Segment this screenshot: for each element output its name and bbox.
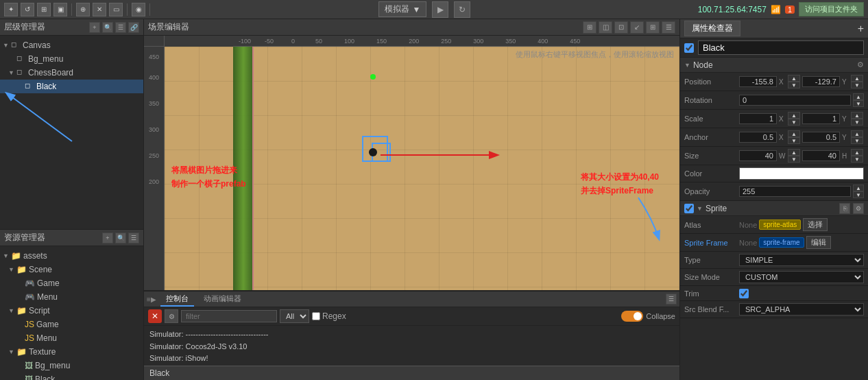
opacity-up[interactable]: ▲ — [853, 185, 864, 191]
grid-icon[interactable]: ⊞ — [37, 3, 51, 16]
rotation-input[interactable] — [739, 95, 851, 106]
editor-btn-3[interactable]: ⊡ — [614, 21, 628, 34]
opacity-stepper[interactable]: ▲ ▼ — [853, 185, 864, 198]
access-project-button[interactable]: 访问项目文件夹 — [799, 2, 864, 16]
console-settings-btn[interactable]: ⚙ — [165, 309, 178, 323]
hierarchy-search-btn[interactable]: 🔍 — [102, 22, 113, 33]
anchor-y-up[interactable]: ▲ — [851, 130, 863, 137]
node-gear-icon[interactable]: ⚙ — [857, 60, 864, 69]
move-icon[interactable]: ✦ — [4, 3, 18, 16]
scale-x-stepper[interactable]: ▲ ▼ — [788, 112, 800, 126]
size-h-down[interactable]: ▼ — [851, 156, 863, 163]
sprite-gear-btn[interactable]: ⚙ — [853, 203, 864, 214]
size-h-up[interactable]: ▲ — [851, 149, 863, 156]
menu-js[interactable]: JS Menu — [0, 331, 143, 345]
position-x-input[interactable] — [739, 76, 777, 87]
texture-folder[interactable]: ▼ 📁 Texture — [0, 345, 143, 359]
opacity-input[interactable] — [739, 186, 851, 197]
reload-button[interactable]: ↻ — [454, 1, 470, 18]
tree-item-bgmenu[interactable]: ◻ Bg_menu — [0, 52, 143, 66]
anchor-x-stepper[interactable]: ▲ ▼ — [788, 130, 800, 144]
scale-y-up[interactable]: ▲ — [851, 112, 863, 119]
menu-scene[interactable]: 🎮 Menu — [0, 290, 143, 304]
filter-input[interactable] — [181, 310, 277, 322]
refresh-icon[interactable]: ↺ — [21, 3, 34, 16]
bgmenu-img[interactable]: 🖼 Bg_menu — [0, 359, 143, 372]
node-section-header[interactable]: ▼ Node ⚙ — [680, 58, 868, 73]
move2-icon[interactable]: ⊕ — [76, 3, 90, 16]
object-name-input[interactable] — [698, 40, 864, 55]
pos-x-stepper[interactable]: ▲ ▼ — [788, 75, 800, 88]
console-tab-animation[interactable]: 动画编辑器 — [198, 292, 247, 307]
image-icon[interactable]: ▣ — [53, 3, 67, 16]
canvas-bg[interactable]: 使用鼠标右键平移视图焦点，使用滚轮缩放视图 将黑棋图片拖进来 制作一个棋子pre… — [165, 47, 679, 290]
hierarchy-menu-btn[interactable]: ☰ — [115, 22, 126, 33]
play-button[interactable]: ▶ — [432, 1, 448, 18]
pos-y-stepper[interactable]: ▲ ▼ — [851, 75, 863, 88]
collapse-switch[interactable] — [621, 311, 643, 322]
scale-x-up[interactable]: ▲ — [788, 112, 800, 119]
game-js[interactable]: JS Game — [0, 318, 143, 331]
editor-btn-2[interactable]: ◫ — [599, 21, 612, 34]
scale-y-stepper[interactable]: ▲ ▼ — [851, 112, 863, 126]
console-menu-btn[interactable]: ☰ — [666, 294, 677, 305]
pos-x-down[interactable]: ▼ — [788, 82, 800, 88]
src-blend-dropdown[interactable]: SRC_ALPHA — [739, 303, 864, 316]
editor-btn-5[interactable]: ⊞ — [646, 21, 660, 34]
editor-btn-4[interactable]: ↙ — [630, 21, 644, 34]
console-tab-console[interactable]: 控制台 — [160, 292, 194, 307]
hierarchy-link-btn[interactable]: 🔗 — [128, 22, 139, 33]
assets-menu-btn[interactable]: ☰ — [128, 233, 139, 244]
cross-icon[interactable]: ✕ — [93, 3, 106, 16]
sprite-active-checkbox[interactable] — [684, 204, 694, 213]
camera-icon[interactable]: ◉ — [132, 3, 145, 16]
inspector-add-btn[interactable]: + — [858, 23, 864, 35]
tree-item-chessboard[interactable]: ▼ ◻ ChessBoard — [0, 66, 143, 80]
object-active-checkbox[interactable] — [684, 43, 694, 53]
atlas-select-btn[interactable]: 选择 — [803, 218, 828, 231]
all-select[interactable]: All — [280, 309, 309, 323]
anchor-y-down[interactable]: ▼ — [851, 137, 863, 144]
size-mode-dropdown[interactable]: CUSTOM — [739, 271, 864, 283]
size-w-input[interactable] — [739, 150, 777, 161]
opacity-down[interactable]: ▼ — [853, 191, 864, 198]
tree-item-canvas[interactable]: ▼ ◻ Canvas — [0, 38, 143, 52]
scale-x-input[interactable] — [739, 113, 777, 124]
scale-y-down[interactable]: ▼ — [851, 119, 863, 126]
pos-y-down[interactable]: ▼ — [851, 82, 863, 88]
trim-checkbox[interactable] — [739, 289, 749, 298]
hierarchy-add-btn[interactable]: + — [89, 22, 100, 33]
rot-up[interactable]: ▲ — [853, 93, 864, 100]
regex-checkbox[interactable] — [312, 312, 320, 320]
size-w-up[interactable]: ▲ — [788, 149, 800, 156]
rect-icon[interactable]: ▭ — [109, 3, 123, 16]
color-picker[interactable] — [739, 167, 864, 180]
anchor-x-down[interactable]: ▼ — [788, 137, 800, 144]
size-w-down[interactable]: ▼ — [788, 156, 800, 163]
size-h-stepper[interactable]: ▲ ▼ — [851, 149, 863, 163]
scene-folder[interactable]: ▼ 📁 Scene — [0, 263, 143, 276]
type-dropdown[interactable]: SIMPLE — [739, 254, 864, 266]
size-h-input[interactable] — [802, 150, 840, 161]
rotation-stepper[interactable]: ▲ ▼ — [853, 93, 864, 107]
anchor-x-up[interactable]: ▲ — [788, 130, 800, 137]
size-w-stepper[interactable]: ▲ ▼ — [788, 149, 800, 163]
anchor-y-stepper[interactable]: ▲ ▼ — [851, 130, 863, 144]
viewport[interactable]: -100 -50 0 50 100 150 200 250 300 350 40… — [144, 36, 679, 290]
assets-folder[interactable]: ▼ 📁 assets — [0, 249, 143, 263]
rot-down[interactable]: ▼ — [853, 100, 864, 107]
scale-x-down[interactable]: ▼ — [788, 119, 800, 126]
scale-y-input[interactable] — [802, 113, 840, 124]
anchor-x-input[interactable] — [739, 132, 777, 143]
assets-search-btn[interactable]: 🔍 — [115, 233, 126, 244]
simulator-dropdown[interactable]: 模拟器 ▼ — [378, 1, 426, 17]
anchor-y-input[interactable] — [802, 132, 840, 143]
game-scene[interactable]: 🎮 Game — [0, 276, 143, 290]
pos-x-up[interactable]: ▲ — [788, 75, 800, 82]
editor-btn-1[interactable]: ⊞ — [583, 21, 596, 34]
black-img[interactable]: 🖼 Black — [0, 372, 143, 380]
clear-console-button[interactable]: ✕ — [148, 309, 162, 323]
position-y-input[interactable] — [802, 76, 840, 87]
inspector-tab[interactable]: 属性检查器 — [684, 21, 740, 36]
frame-edit-btn[interactable]: 编辑 — [806, 236, 831, 249]
